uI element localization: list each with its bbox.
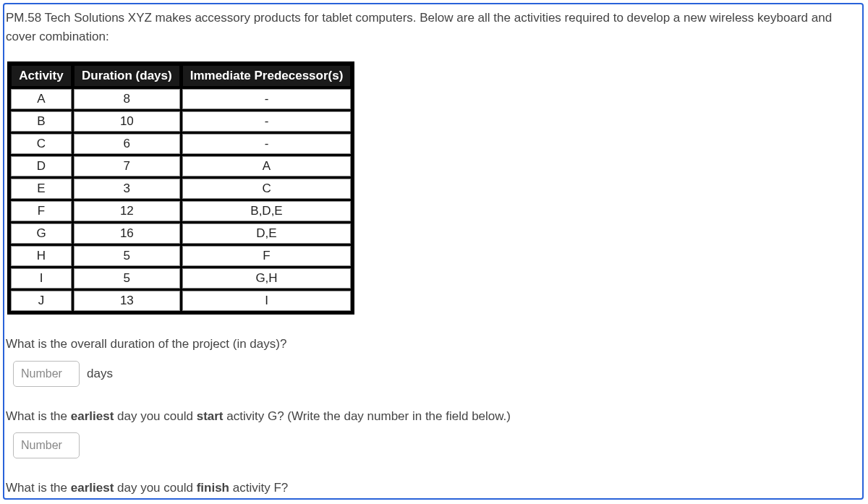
cell-duration: 7 <box>74 156 180 176</box>
question-2-input[interactable] <box>13 432 80 458</box>
cell-duration: 10 <box>74 111 180 132</box>
cell-activity: H <box>11 246 72 266</box>
cell-pred: C <box>182 179 352 199</box>
table-row: H 5 F <box>11 246 351 266</box>
activity-table-wrap: Activity Duration (days) Immediate Prede… <box>7 61 854 315</box>
header-activity: Activity <box>11 65 72 87</box>
cell-activity: F <box>11 201 72 221</box>
cell-duration: 6 <box>74 134 180 154</box>
cell-pred: A <box>182 156 352 176</box>
header-predecessor: Immediate Predecessor(s) <box>182 65 352 87</box>
cell-pred: F <box>182 246 352 266</box>
question-2-text: What is the earliest day you could start… <box>6 407 854 426</box>
table-row: D 7 A <box>11 156 351 176</box>
cell-activity: I <box>11 268 72 289</box>
cell-activity: D <box>11 156 72 176</box>
table-row: C 6 - <box>11 134 351 154</box>
cell-duration: 16 <box>74 223 180 244</box>
cell-pred: - <box>182 111 352 132</box>
cell-activity: B <box>11 111 72 132</box>
table-row: F 12 B,D,E <box>11 201 351 221</box>
cell-pred: - <box>182 134 352 154</box>
question-1-text: What is the overall duration of the proj… <box>6 335 854 354</box>
cell-activity: A <box>11 89 72 109</box>
table-row: J 13 I <box>11 291 351 311</box>
table-row: G 16 D,E <box>11 223 351 244</box>
question-3-text: What is the earliest day you could finis… <box>6 479 854 497</box>
question-1: What is the overall duration of the proj… <box>6 335 854 387</box>
cell-pred: G,H <box>182 268 352 289</box>
cell-pred: I <box>182 291 352 311</box>
question-1-unit: days <box>87 367 113 381</box>
cell-duration: 13 <box>74 291 180 311</box>
table-row: A 8 - <box>11 89 351 109</box>
table-row: E 3 C <box>11 179 351 199</box>
cell-pred: D,E <box>182 223 352 244</box>
cell-activity: G <box>11 223 72 244</box>
cell-activity: E <box>11 179 72 199</box>
cell-pred: B,D,E <box>182 201 352 221</box>
table-row: I 5 G,H <box>11 268 351 289</box>
header-duration: Duration (days) <box>74 65 180 87</box>
cell-duration: 3 <box>74 179 180 199</box>
cell-duration: 5 <box>74 246 180 266</box>
table-row: B 10 - <box>11 111 351 132</box>
cell-duration: 8 <box>74 89 180 109</box>
question-1-input[interactable] <box>13 361 80 387</box>
cell-activity: J <box>11 291 72 311</box>
cell-pred: - <box>182 89 352 109</box>
cell-duration: 12 <box>74 201 180 221</box>
cell-duration: 5 <box>74 268 180 289</box>
cell-activity: C <box>11 134 72 154</box>
problem-container: PM.58 Tech Solutions XYZ makes accessory… <box>3 3 864 500</box>
question-2: What is the earliest day you could start… <box>6 407 854 459</box>
activity-table: Activity Duration (days) Immediate Prede… <box>7 61 354 315</box>
problem-intro: PM.58 Tech Solutions XYZ makes accessory… <box>4 4 854 46</box>
question-3: What is the earliest day you could finis… <box>6 479 854 500</box>
